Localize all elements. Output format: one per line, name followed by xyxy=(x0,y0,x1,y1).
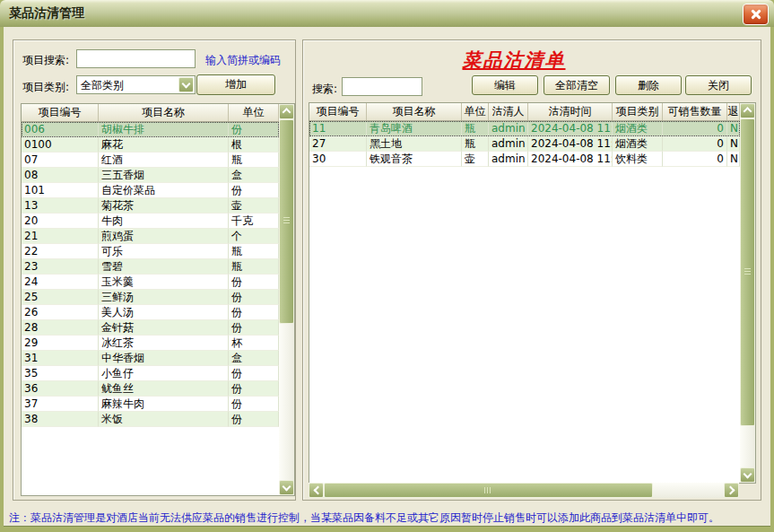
table-row[interactable]: 31中华香烟盒 xyxy=(22,351,279,366)
category-select[interactable]: 全部类别 xyxy=(76,75,196,94)
soldout-list-panel: 菜品沽清单 搜索: 编辑 全部清空 删除 关闭 项目编号项目名称单位沽清人沽清时… xyxy=(302,39,761,501)
table-cell: 烟酒类 xyxy=(613,136,663,152)
table-cell: 可乐 xyxy=(99,244,229,259)
table-row[interactable]: 26美人汤份 xyxy=(22,305,279,320)
column-header[interactable]: 项目名称 xyxy=(367,103,462,120)
title-bar[interactable]: 菜品沽清管理 xyxy=(0,0,774,27)
table-cell: 铁观音茶 xyxy=(367,152,462,167)
table-row[interactable]: 29冰红茶杯 xyxy=(22,336,279,351)
item-table-vertical-scrollbar[interactable] xyxy=(279,104,294,495)
close-button[interactable] xyxy=(743,4,769,25)
table-cell: 101 xyxy=(22,183,99,198)
table-cell: 饮料类 xyxy=(613,152,663,167)
table-cell: 36 xyxy=(22,381,99,397)
table-row[interactable]: 11青岛啤酒瓶admin2024-04-08 11:0烟酒类0N xyxy=(309,121,740,136)
column-header[interactable]: 可销售数量 xyxy=(663,103,727,120)
item-table-grid: 项目编号项目名称单位006胡椒牛排份0100麻花根07红酒瓶08三五香烟盒101… xyxy=(22,104,279,495)
table-cell: 份 xyxy=(229,397,279,412)
scroll-right-icon[interactable] xyxy=(724,483,739,498)
table-cell: 份 xyxy=(229,305,279,320)
table-cell: 三五香烟 xyxy=(99,168,229,183)
table-row[interactable]: 27黑土地瓶admin2024-04-08 11:0烟酒类0N xyxy=(309,136,740,152)
table-cell: 玉米羹 xyxy=(99,275,229,290)
table-cell: admin xyxy=(489,136,528,152)
table-cell: 美人汤 xyxy=(99,305,229,320)
table-row[interactable]: 35小鱼仔份 xyxy=(22,366,279,381)
table-cell: 2024-04-08 11:0 xyxy=(528,152,613,167)
dish-soldout-management-window: 菜品沽清管理 项目搜索: 输入简拼或编码 项目类别: 全部类别 增加 项目编号项… xyxy=(0,0,774,532)
scrollbar-thumb[interactable] xyxy=(279,119,294,324)
table-cell: 个 xyxy=(229,229,279,244)
column-header[interactable]: 项目编号 xyxy=(22,104,99,121)
table-cell: 杯 xyxy=(229,336,279,351)
table-cell: 13 xyxy=(22,198,99,214)
column-header[interactable]: 项目类别 xyxy=(613,103,663,120)
column-header[interactable]: 项目编号 xyxy=(309,103,367,120)
item-search-input[interactable] xyxy=(76,49,196,68)
scroll-down-icon[interactable] xyxy=(740,467,755,483)
table-row[interactable]: 30铁观音茶壶admin2024-04-08 11:0饮料类0N xyxy=(309,152,740,167)
table-cell: 麻辣牛肉 xyxy=(99,397,229,412)
item-category-label: 项目类别: xyxy=(22,80,69,95)
table-cell: 金针菇 xyxy=(99,320,229,336)
chevron-down-icon[interactable] xyxy=(178,77,194,92)
table-row[interactable]: 28金针菇份 xyxy=(22,320,279,336)
table-cell: 麻花 xyxy=(99,137,229,153)
close-list-button[interactable]: 关闭 xyxy=(685,75,752,95)
column-header[interactable]: 沽清人 xyxy=(489,103,528,120)
table-cell: 11 xyxy=(309,121,367,136)
table-cell: 2024-04-08 11:0 xyxy=(528,121,613,136)
edit-button[interactable]: 编辑 xyxy=(472,75,538,95)
soldout-table-vertical-scrollbar[interactable] xyxy=(740,103,755,483)
table-cell: 菊花茶 xyxy=(99,198,229,214)
column-header[interactable]: 沽清时间 xyxy=(528,103,613,120)
table-cell: 07 xyxy=(22,153,99,168)
scroll-left-icon[interactable] xyxy=(309,483,324,498)
column-header[interactable]: 单位 xyxy=(462,103,489,120)
table-cell: 20 xyxy=(22,214,99,229)
table-cell: 份 xyxy=(229,366,279,381)
table-cell: 006 xyxy=(22,122,99,137)
table-row[interactable]: 20牛肉千克 xyxy=(22,214,279,229)
delete-button[interactable]: 删除 xyxy=(615,75,682,95)
scroll-up-icon[interactable] xyxy=(279,104,294,119)
soldout-search-input[interactable] xyxy=(342,77,422,96)
scroll-down-icon[interactable] xyxy=(279,480,294,495)
table-row[interactable]: 25三鲜汤份 xyxy=(22,290,279,305)
table-row[interactable]: 36鱿鱼丝份 xyxy=(22,381,279,397)
table-cell: 27 xyxy=(309,136,367,152)
clear-all-button[interactable]: 全部清空 xyxy=(544,75,610,95)
table-cell: 壶 xyxy=(229,198,279,214)
table-header-row: 项目编号项目名称单位沽清人沽清时间项目类别可销售数量退 xyxy=(309,103,740,121)
scrollbar-thumb[interactable] xyxy=(740,118,755,426)
table-row[interactable]: 08三五香烟盒 xyxy=(22,168,279,183)
column-header[interactable]: 退 xyxy=(727,103,740,120)
table-row[interactable]: 23雪碧瓶 xyxy=(22,259,279,275)
add-button[interactable]: 增加 xyxy=(196,74,275,95)
table-cell: 盒 xyxy=(229,351,279,366)
table-cell: 24 xyxy=(22,275,99,290)
table-cell: 瓶 xyxy=(229,259,279,275)
column-header[interactable]: 项目名称 xyxy=(99,104,229,121)
table-row[interactable]: 38米饭份 xyxy=(22,412,279,427)
table-cell: 30 xyxy=(309,152,367,167)
scrollbar-thumb[interactable] xyxy=(324,483,653,498)
table-row[interactable]: 13菊花茶壶 xyxy=(22,198,279,214)
column-header[interactable]: 单位 xyxy=(229,104,279,121)
table-row[interactable]: 101自定价菜品份 xyxy=(22,183,279,198)
scroll-up-icon[interactable] xyxy=(740,103,755,118)
item-search-label: 项目搜索: xyxy=(22,53,69,68)
table-cell: 牛肉 xyxy=(99,214,229,229)
table-row[interactable]: 21煎鸡蛋个 xyxy=(22,229,279,244)
table-row[interactable]: 006胡椒牛排份 xyxy=(22,122,279,137)
table-row[interactable]: 37麻辣牛肉份 xyxy=(22,397,279,412)
table-row[interactable]: 22可乐瓶 xyxy=(22,244,279,259)
table-row[interactable]: 07红酒瓶 xyxy=(22,153,279,168)
table-row[interactable]: 0100麻花根 xyxy=(22,137,279,153)
table-row[interactable]: 24玉米羹份 xyxy=(22,275,279,290)
table-cell: 根 xyxy=(229,137,279,153)
soldout-table-horizontal-scrollbar[interactable] xyxy=(309,483,739,498)
table-cell: 31 xyxy=(22,351,99,366)
table-cell: 份 xyxy=(229,275,279,290)
table-cell: 23 xyxy=(22,259,99,275)
